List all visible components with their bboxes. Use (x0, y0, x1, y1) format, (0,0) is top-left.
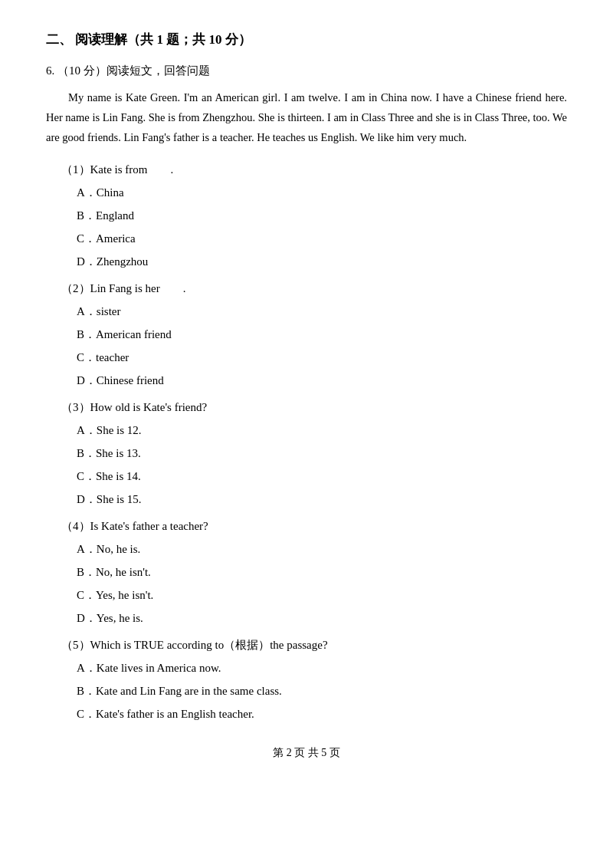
section-title: 二、 阅读理解（共 1 题；共 10 分） (46, 31, 567, 48)
option-q4-c[interactable]: C．Yes, he isn't. (77, 586, 567, 604)
option-q2-b[interactable]: B．American friend (77, 325, 567, 344)
reading-passage: My name is Kate Green. I'm an American g… (46, 87, 567, 147)
question-number: 6. (46, 64, 54, 77)
sub-question-label-q2: （2）Lin Fang is her . (61, 281, 567, 296)
option-q1-d[interactable]: D．Zhengzhou (77, 252, 567, 271)
option-q4-a[interactable]: A．No, he is. (77, 540, 567, 558)
option-q4-b[interactable]: B．No, he isn't. (77, 563, 567, 581)
page-footer: 第 2 页 共 5 页 (46, 746, 567, 760)
option-q1-b[interactable]: B．England (77, 206, 567, 225)
option-q5-a[interactable]: A．Kate lives in America now. (77, 659, 567, 677)
option-q3-d[interactable]: D．She is 15. (77, 490, 567, 508)
sub-question-label-q5: （5）Which is TRUE according to（根据）the pas… (61, 638, 567, 653)
option-q5-b[interactable]: B．Kate and Lin Fang are in the same clas… (77, 682, 567, 700)
question-header: 6. （10 分）阅读短文，回答问题 (46, 64, 567, 78)
sub-question-label-q1: （1）Kate is from . (61, 163, 567, 177)
option-q3-b[interactable]: B．She is 13. (77, 444, 567, 462)
question-score: （10 分）阅读短文，回答问题 (57, 64, 210, 77)
option-q3-c[interactable]: C．She is 14. (77, 467, 567, 485)
option-q2-c[interactable]: C．teacher (77, 348, 567, 367)
option-q4-d[interactable]: D．Yes, he is. (77, 609, 567, 627)
option-q1-c[interactable]: C．America (77, 229, 567, 248)
sub-questions-container: （1）Kate is from .A．ChinaB．EnglandC．Ameri… (46, 163, 567, 723)
option-q5-c[interactable]: C．Kate's father is an English teacher. (77, 705, 567, 723)
sub-question-label-q4: （4）Is Kate's father a teacher? (61, 519, 567, 534)
option-q2-d[interactable]: D．Chinese friend (77, 371, 567, 390)
sub-question-label-q3: （3）How old is Kate's friend? (61, 400, 567, 415)
option-q3-a[interactable]: A．She is 12. (77, 421, 567, 439)
option-q1-a[interactable]: A．China (77, 183, 567, 202)
option-q2-a[interactable]: A．sister (77, 302, 567, 321)
